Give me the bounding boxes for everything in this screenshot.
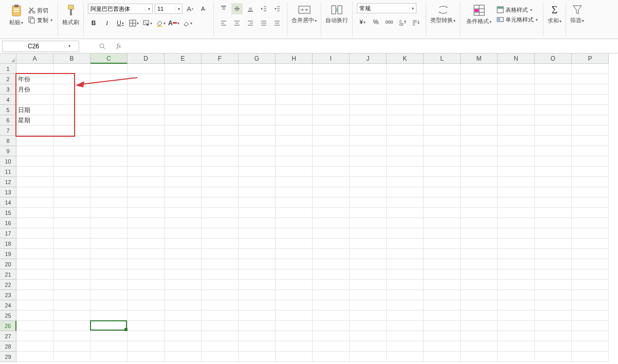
name-box[interactable]: ▾ [2,41,79,52]
paste-button[interactable]: 粘贴▾ [7,3,25,27]
cell[interactable] [239,177,276,187]
cell-reference-input[interactable] [3,43,64,50]
font-name-combo[interactable]: ▾ [88,4,153,14]
cell[interactable] [276,300,313,311]
cell[interactable] [572,187,609,197]
cell[interactable] [498,331,535,341]
cell[interactable] [53,290,90,300]
column-header[interactable]: L [424,53,461,64]
column-header[interactable]: M [461,53,498,64]
cell[interactable] [313,197,350,208]
cell[interactable] [128,146,165,156]
cell[interactable] [572,84,609,95]
borders-button[interactable]: ▾ [128,17,139,29]
cell[interactable] [16,156,53,167]
cancel-formula-button[interactable] [97,41,108,52]
cell[interactable] [239,146,276,156]
cell[interactable] [313,177,350,187]
cell[interactable] [535,115,572,125]
cell[interactable] [128,300,165,311]
cell[interactable] [165,146,202,156]
cell[interactable] [498,311,535,321]
cell[interactable] [165,249,202,259]
row-header[interactable]: 7 [0,125,16,136]
cell[interactable] [276,105,313,115]
cell[interactable] [498,228,535,239]
cell[interactable] [165,311,202,321]
cell[interactable] [424,74,461,84]
cell[interactable] [424,136,461,146]
cell[interactable] [535,84,572,95]
cell[interactable] [90,197,128,208]
cell[interactable] [387,187,424,197]
cell[interactable] [313,84,350,95]
cell[interactable] [424,156,461,167]
cell[interactable] [498,115,535,125]
cell[interactable] [498,218,535,228]
column-header[interactable]: J [350,53,387,64]
cell[interactable] [128,280,165,290]
cell[interactable] [276,228,313,239]
cell[interactable] [239,249,276,259]
cell[interactable] [128,64,165,74]
cell[interactable] [202,197,239,208]
cell[interactable] [387,341,424,352]
cell[interactable] [572,290,609,300]
column-header[interactable]: K [387,53,424,64]
cell[interactable] [461,228,498,239]
cell[interactable] [128,290,165,300]
row-header[interactable]: 26 [0,321,16,331]
cell[interactable] [53,321,90,331]
cell[interactable] [498,300,535,311]
cell[interactable] [128,352,165,362]
align-middle-button[interactable] [231,3,243,14]
cell[interactable] [424,208,461,218]
cell[interactable] [498,64,535,74]
cell[interactable] [572,352,609,362]
cell[interactable] [90,115,128,125]
dropdown-arrow-icon[interactable]: ▾ [175,7,182,11]
row-header[interactable]: 19 [0,249,16,259]
cell[interactable] [313,290,350,300]
cell[interactable] [128,74,165,84]
cell[interactable] [313,321,350,331]
fill-cell-button[interactable]: ▾ [141,17,153,29]
cell[interactable] [165,218,202,228]
cell[interactable] [535,341,572,352]
align-right-button[interactable] [245,17,256,29]
cell[interactable] [276,146,313,156]
font-size-combo[interactable]: ▾ [155,4,183,14]
cell[interactable] [387,311,424,321]
cell[interactable] [165,125,202,136]
select-all-corner[interactable] [0,53,16,64]
cell[interactable] [202,187,239,197]
cell[interactable] [16,300,53,311]
column-header[interactable]: I [313,53,350,64]
cell[interactable] [350,95,387,105]
cell[interactable] [424,269,461,280]
cell[interactable] [276,84,313,95]
cell[interactable] [350,115,387,125]
cell[interactable] [128,239,165,249]
row-header[interactable]: 15 [0,208,16,218]
cell[interactable] [461,341,498,352]
cell[interactable] [276,218,313,228]
cell[interactable]: 星期 [16,115,53,125]
cell[interactable] [313,239,350,249]
cell[interactable] [53,146,90,156]
cell[interactable] [53,177,90,187]
row-header[interactable]: 6 [0,115,16,125]
cell[interactable] [90,311,128,321]
cell[interactable] [572,74,609,84]
cell[interactable] [387,239,424,249]
cell[interactable] [276,311,313,321]
cell[interactable] [128,177,165,187]
cell[interactable] [498,95,535,105]
cell[interactable] [202,311,239,321]
row-header[interactable]: 5 [0,105,16,115]
row-header[interactable]: 27 [0,331,16,341]
cell[interactable] [461,352,498,362]
cell[interactable] [239,156,276,167]
cell[interactable] [53,105,90,115]
cell[interactable] [165,300,202,311]
